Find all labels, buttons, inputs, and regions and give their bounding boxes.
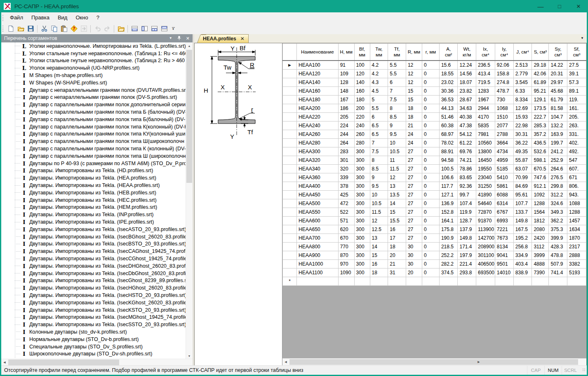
cell-value[interactable]: 1812: [532, 217, 549, 225]
cell-value[interactable]: 158.8: [495, 70, 513, 78]
cell-value[interactable]: 16: [370, 260, 388, 269]
tree-item[interactable]: IДвутавр с параллельными гранями полок д…: [1, 101, 186, 108]
cell-value[interactable]: 300: [354, 234, 370, 243]
cell-value[interactable]: 45.68: [549, 87, 567, 96]
cell-value[interactable]: 293.8: [458, 269, 476, 277]
cell-value[interactable]: 5.5: [370, 104, 388, 113]
empty-cell[interactable]: [495, 277, 513, 286]
cell-value[interactable]: 478.7: [495, 87, 513, 96]
cell-value[interactable]: 0: [422, 243, 440, 251]
cell-value[interactable]: 912.1: [532, 182, 549, 191]
cell-value[interactable]: 571: [338, 217, 354, 225]
current-row-marker[interactable]: ▶: [283, 61, 297, 70]
cell-value[interactable]: 943.: [567, 191, 586, 199]
cell-value[interactable]: 1510: [495, 113, 513, 121]
cell-value[interactable]: 244: [338, 130, 354, 139]
cell-value[interactable]: 137.9: [458, 225, 476, 234]
cell-value[interactable]: 27: [406, 199, 422, 208]
cell-value[interactable]: 132.2: [549, 121, 567, 130]
cell-value[interactable]: 2077: [495, 121, 513, 130]
cell-value[interactable]: 6993: [495, 217, 513, 225]
cell-value[interactable]: 15.6: [439, 61, 458, 70]
cell-value[interactable]: 190.9: [439, 234, 458, 243]
cell-value[interactable]: 1870: [567, 234, 586, 243]
tree-item[interactable]: IДвутавр с параллельными гранями полок т…: [1, 145, 186, 152]
cell-value[interactable]: 88.91: [439, 147, 458, 156]
cell-value[interactable]: 4959: [495, 156, 513, 165]
cell-value[interactable]: 1283: [476, 87, 495, 96]
row-selector[interactable]: [283, 269, 297, 277]
cell-value[interactable]: 163.9: [549, 130, 567, 139]
cell-value[interactable]: 12.5: [370, 225, 388, 234]
tree-item[interactable]: IДвутавр с параллельными гранями полок т…: [1, 152, 186, 160]
tree-item[interactable]: IДвутавры. Импортированы из Tekla. (HEAA…: [1, 182, 186, 189]
cell-value[interactable]: 5835: [476, 121, 495, 130]
cell-value[interactable]: 4170: [476, 113, 495, 121]
cell-value[interactable]: 8.334: [513, 96, 532, 104]
tree-item[interactable]: IW Shapes (W-SHAPE.profiles.srt): [1, 79, 186, 86]
cell-value[interactable]: 12: [388, 173, 406, 182]
cell-name[interactable]: HEAA400: [297, 182, 339, 191]
tree-hscroll-thumb[interactable]: [8, 360, 119, 365]
cell-value[interactable]: 4.2: [370, 70, 388, 78]
cell-value[interactable]: 1288: [532, 199, 549, 208]
tree-item[interactable]: IДвутавр с параллельными гранями полок т…: [1, 131, 186, 138]
tree-item[interactable]: LУголки стальные гнутые неравнополочные.…: [1, 50, 186, 57]
table-layout-3-icon[interactable]: [149, 24, 159, 33]
cell-value[interactable]: 5410: [495, 173, 513, 182]
cell-value[interactable]: 5861: [495, 182, 513, 191]
cell-value[interactable]: 95.61: [513, 191, 532, 199]
new-document-icon[interactable]: [6, 24, 16, 33]
cell-value[interactable]: 120: [354, 70, 370, 78]
cell-value[interactable]: 671: [567, 173, 586, 182]
empty-cell[interactable]: [513, 277, 532, 286]
cell-value[interactable]: 12.69: [513, 104, 532, 113]
cell-value[interactable]: 413.4: [476, 70, 495, 78]
column-header[interactable]: Наименование: [297, 44, 339, 61]
cell-value[interactable]: 357.2: [532, 130, 549, 139]
select-all-corner[interactable]: [283, 44, 297, 61]
cell-value[interactable]: 7: [388, 87, 406, 96]
open-file-icon[interactable]: [16, 24, 26, 33]
empty-cell[interactable]: [458, 277, 476, 286]
column-header[interactable]: r, мм: [422, 44, 440, 61]
cell-value[interactable]: 9041: [495, 251, 513, 260]
cell-value[interactable]: 283: [338, 147, 354, 156]
cell-value[interactable]: 84.69: [513, 182, 532, 191]
cell-value[interactable]: 1090: [338, 269, 354, 277]
cell-value[interactable]: 403.4: [513, 260, 532, 269]
row-selector[interactable]: [283, 156, 297, 165]
cell-value[interactable]: 2.779: [513, 70, 532, 78]
cell-value[interactable]: 0: [422, 130, 440, 139]
cell-value[interactable]: 2888: [567, 251, 586, 260]
cell-value[interactable]: 6.5: [370, 121, 388, 130]
tree-item[interactable]: IДвутавры. Импортированы из Tekla. (HEB.…: [1, 189, 186, 196]
cell-value[interactable]: 0: [422, 70, 440, 78]
cell-value[interactable]: 18: [406, 113, 422, 121]
cell-value[interactable]: 598.1: [532, 156, 549, 165]
maximize-button[interactable]: □: [550, 0, 569, 12]
cell-value[interactable]: 12: [406, 61, 422, 70]
cell-value[interactable]: 27: [406, 173, 422, 182]
cell-value[interactable]: 6.5: [370, 130, 388, 139]
cell-value[interactable]: 91: [338, 61, 354, 70]
cell-value[interactable]: 14010: [495, 269, 513, 277]
cell-value[interactable]: 119.: [567, 96, 586, 104]
row-selector[interactable]: [283, 87, 297, 96]
cell-value[interactable]: 0: [422, 87, 440, 96]
cell-value[interactable]: 89.1: [567, 87, 586, 96]
cell-value[interactable]: 12: [370, 217, 388, 225]
cell-value[interactable]: 1634: [567, 225, 586, 234]
cell-value[interactable]: 30.31: [513, 130, 532, 139]
cell-value[interactable]: 2944: [476, 104, 495, 113]
empty-cell[interactable]: [567, 277, 586, 286]
tree-item[interactable]: IШирокополочные двутавры (STO_Dv-sh.prof…: [1, 350, 186, 357]
cell-value[interactable]: 0: [422, 61, 440, 70]
cell-value[interactable]: 205: [338, 113, 354, 121]
menu-item[interactable]: Файл: [6, 14, 27, 21]
row-selector[interactable]: [283, 139, 297, 147]
cell-value[interactable]: 100.5: [439, 165, 458, 173]
cell-value[interactable]: 142700: [476, 234, 495, 243]
table-layout-4-icon[interactable]: [159, 24, 169, 33]
cell-value[interactable]: 27: [406, 156, 422, 165]
